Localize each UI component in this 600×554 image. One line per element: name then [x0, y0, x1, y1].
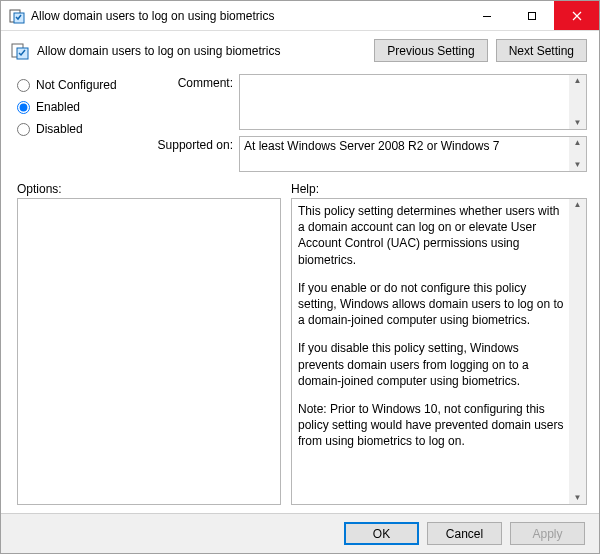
close-button[interactable] — [554, 1, 599, 30]
comment-textarea[interactable]: ▲ ▼ — [239, 74, 587, 130]
help-scrollbar[interactable]: ▲ ▼ — [569, 199, 586, 504]
cancel-button[interactable]: Cancel — [427, 522, 502, 545]
radio-not-configured-input[interactable] — [17, 79, 30, 92]
radio-enabled-label: Enabled — [36, 100, 80, 114]
options-label: Options: — [17, 182, 291, 196]
maximize-button[interactable] — [509, 1, 554, 30]
help-p1: This policy setting determines whether u… — [298, 203, 564, 268]
fields-column: Comment: ▲ ▼ Supported on: At least Wind… — [145, 74, 587, 172]
state-radio-group: Not Configured Enabled Disabled — [17, 74, 145, 172]
supported-label: Supported on: — [145, 136, 233, 152]
ok-button[interactable]: OK — [344, 522, 419, 545]
scroll-up-icon: ▲ — [574, 199, 582, 211]
scroll-down-icon: ▼ — [574, 159, 582, 171]
supported-on-box: At least Windows Server 2008 R2 or Windo… — [239, 136, 587, 172]
radio-not-configured-label: Not Configured — [36, 78, 117, 92]
radio-enabled-input[interactable] — [17, 101, 30, 114]
radio-disabled-input[interactable] — [17, 123, 30, 136]
header-row: Allow domain users to log on using biome… — [1, 31, 599, 70]
help-p4: Note: Prior to Windows 10, not configuri… — [298, 401, 564, 450]
supported-scrollbar[interactable]: ▲ ▼ — [569, 137, 586, 171]
scroll-down-icon: ▼ — [574, 117, 582, 129]
policy-icon — [11, 42, 29, 60]
supported-on-value: At least Windows Server 2008 R2 or Windo… — [244, 139, 566, 169]
config-area: Not Configured Enabled Disabled Comment:… — [1, 70, 599, 172]
help-label: Help: — [291, 182, 319, 196]
footer-buttons: OK Cancel Apply — [1, 513, 599, 553]
scroll-up-icon: ▲ — [574, 137, 582, 149]
help-p2: If you enable or do not configure this p… — [298, 280, 564, 329]
comment-label: Comment: — [145, 74, 233, 90]
help-text: This policy setting determines whether u… — [298, 203, 564, 500]
pane-labels: Options: Help: — [1, 172, 599, 198]
window-controls — [464, 1, 599, 30]
scroll-down-icon: ▼ — [574, 492, 582, 504]
help-p3: If you disable this policy setting, Wind… — [298, 340, 564, 389]
apply-button[interactable]: Apply — [510, 522, 585, 545]
svg-rect-2 — [483, 16, 491, 17]
comment-scrollbar[interactable]: ▲ ▼ — [569, 75, 586, 129]
radio-not-configured[interactable]: Not Configured — [17, 78, 145, 92]
titlebar: Allow domain users to log on using biome… — [1, 1, 599, 31]
svg-rect-3 — [528, 12, 535, 19]
minimize-button[interactable] — [464, 1, 509, 30]
policy-editor-window: Allow domain users to log on using biome… — [0, 0, 600, 554]
next-setting-button[interactable]: Next Setting — [496, 39, 587, 62]
radio-enabled[interactable]: Enabled — [17, 100, 145, 114]
radio-disabled[interactable]: Disabled — [17, 122, 145, 136]
previous-setting-button[interactable]: Previous Setting — [374, 39, 487, 62]
comment-value — [244, 77, 566, 127]
options-pane — [17, 198, 281, 505]
policy-window-icon — [9, 8, 25, 24]
radio-disabled-label: Disabled — [36, 122, 83, 136]
panes-row: This policy setting determines whether u… — [1, 198, 599, 505]
window-title: Allow domain users to log on using biome… — [31, 9, 464, 23]
scroll-up-icon: ▲ — [574, 75, 582, 87]
policy-title: Allow domain users to log on using biome… — [37, 44, 366, 58]
help-pane: This policy setting determines whether u… — [291, 198, 587, 505]
